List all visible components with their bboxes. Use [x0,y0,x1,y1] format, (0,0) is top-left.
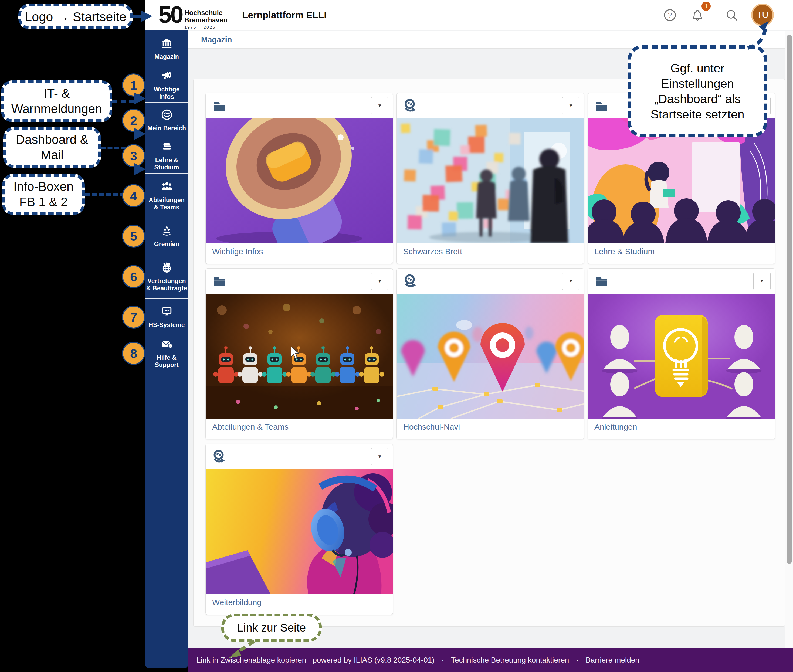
card-title-link[interactable]: Wichtige Infos [206,243,393,256]
annotation-text: „Dashboard“ als [654,91,741,107]
sidebar-item-magazin[interactable]: Magazin [145,30,188,67]
sidebar-item-gremien[interactable]: Gremien [145,218,188,254]
card-header: ▼ [206,444,393,469]
sidebar-item-label: Gremien [153,240,180,248]
card-title-link[interactable]: Anleitungen [588,419,775,432]
sidebar-item-vertretungen-beauftragte[interactable]: Vertretungen & Beauftragte [145,254,188,299]
card-title-link[interactable]: Weiterbildung [206,594,393,607]
sidebar-item-label: Mein Bereich [146,125,187,132]
annotation-number-marker-4: 4 [122,184,145,207]
card-image-megaphone-3d-illustration[interactable] [206,118,393,243]
bank-icon [160,37,173,53]
annotation-text: Dashboard & [16,132,88,147]
sidebar-item-label: Wichtige Infos [145,86,188,101]
repository-panel: ▼ Wichtige Infos ▼ Schwarzes Brett ▼ Leh… [193,79,785,627]
annotation-text: Info-Boxen [13,179,74,194]
folder-icon [212,99,226,112]
svg-text:?: ? [668,11,672,19]
card-title-link[interactable]: Lehre & Studium [588,243,775,256]
scrollbar-track [785,31,793,648]
footer-link[interactable]: Link in Zwischenablage kopieren [197,656,306,664]
card-anleitungen: ▼ Anleitungen [588,268,775,439]
help-button[interactable]: ? [663,9,676,22]
sidebar-item-hs-systeme[interactable]: HS-Systeme [145,299,188,336]
mouse-cursor [290,346,302,360]
card-title-link[interactable]: Schwarzes Brett [397,243,584,256]
sidebar-item-hilfe-support[interactable]: ?Hilfe & Support [145,336,188,371]
weblink-icon [403,274,417,288]
annotation-text: Ggf. unter [670,61,724,76]
card-title-link[interactable]: Abteilungen & Teams [206,419,393,432]
annotation-text: Startseite setzten [650,107,745,122]
card-image-sticky-notes-wall-photo[interactable] [397,118,584,243]
sidebar-item-label: Vertretungen & Beauftragte [145,277,188,292]
annotation-arrowhead [135,93,146,104]
globe-people-icon [160,261,173,277]
card-image-popart-headset-person[interactable] [206,469,393,594]
sidebar-item-label: HS-Systeme [147,322,186,329]
logo-anniversary: 1975 – 2025 [184,25,227,29]
card-image-3d-map-pins[interactable] [397,294,584,419]
card-schwarzes-brett: ▼ Schwarzes Brett [396,93,584,264]
folder-icon [594,274,609,288]
mail-help-icon: ? [160,338,173,354]
annotated-screenshot: 50 Hochschule Bremerhaven 1975 – 2025 Le… [0,0,793,672]
annotation-number-marker-6: 6 [122,265,145,288]
main-sidebar: MagazinWichtige InfosMein BereichLehre &… [145,30,188,669]
footer-link[interactable]: Technische Betreuung kontaktieren [451,656,569,664]
logo-name-line2: Bremerhaven [184,16,227,24]
breadcrumb-magazin[interactable]: Magazin [201,35,232,44]
folder-icon [594,99,609,112]
card-actions-dropdown[interactable]: ▼ [371,448,388,465]
annotation-arrowhead [135,163,146,175]
card-actions-dropdown[interactable]: ▼ [753,273,771,290]
scrollbar-thumb[interactable] [787,35,792,564]
annotation-connector-line [112,100,134,102]
people-icon [160,180,173,197]
footer-link[interactable]: powered by ILIAS (v9.8 2025-04-01) [312,656,434,664]
card-actions-dropdown[interactable]: ▼ [562,97,580,114]
annotation-callout-3: Info-BoxenFB 1 & 2 [2,174,85,215]
annotation-arrowhead [135,128,146,140]
card-header: ▼ [397,93,584,118]
annotation-arrowhead [141,10,152,22]
sidebar-item-label: Lehre & Studium [145,157,188,171]
footer: Link in Zwischenablage kopierenpowered b… [188,648,793,672]
annotation-number-marker-5: 5 [122,224,145,248]
card-header: ▼ [206,269,393,294]
page-title: Lernplattform ELLI [242,10,327,21]
footer-separator: · [576,656,578,664]
annotation-number-marker-8: 8 [122,342,145,365]
weblink-icon [403,99,417,112]
card-image-lightbulb-orgchart[interactable] [588,294,775,419]
footer-separator: · [442,656,444,664]
card-actions-dropdown[interactable]: ▼ [371,97,388,114]
card-header: ▼ [588,269,775,294]
search-button[interactable] [725,9,738,22]
annotation-text: Einstellungen [661,76,734,91]
sidebar-item-lehre-studium[interactable]: Lehre & Studium [145,138,188,174]
footer-link[interactable]: Barriere melden [586,656,639,664]
sidebar-item-label: Magazin [153,53,180,61]
card-header: ▼ [397,269,584,294]
user-avatar[interactable]: TU [751,3,774,26]
folder-icon [212,274,226,288]
card-hochschul-navi: ▼ Hochschul-Navi [396,268,584,439]
card-title-link[interactable]: Hochschul-Navi [397,419,584,432]
card-actions-dropdown[interactable]: ▼ [371,273,388,290]
card-actions-dropdown[interactable]: ▼ [562,273,580,290]
card-wichtige-infos: ▼ Wichtige Infos [205,93,393,264]
card-header: ▼ [206,93,393,118]
annotation-text: FB 1 & 2 [19,194,68,210]
smiley-icon [160,109,173,125]
annotation-settings-callout: Ggf. unterEinstellungen„Dashboard“ alsSt… [628,45,767,137]
notification-count-badge: 1 [702,2,711,11]
notifications-bell-button[interactable] [691,9,704,22]
sidebar-item-mein-bereich[interactable]: Mein Bereich [145,103,188,138]
card-image-colorful-lecture-illustration[interactable] [588,118,775,243]
hochschule-bremerhaven-logo[interactable]: 50 Hochschule Bremerhaven 1975 – 2025 [159,2,227,29]
sidebar-item-wichtige-infos[interactable]: Wichtige Infos [145,67,188,103]
annotation-logo-callout: Logo → Startseite [18,4,133,29]
sidebar-item-abteilungen-teams[interactable]: Abteilungen & Teams [145,174,188,218]
committee-icon [160,224,173,240]
